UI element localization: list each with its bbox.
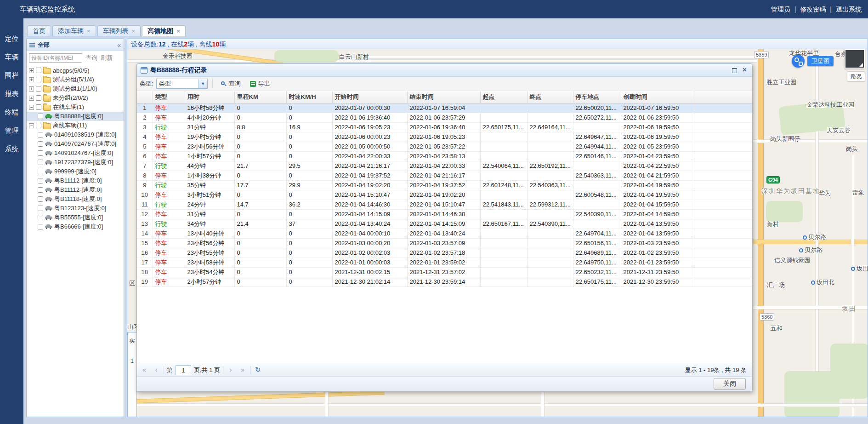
tree-refresh-button[interactable]: 刷新: [101, 54, 113, 62]
header-link-3[interactable]: 退出系统: [836, 6, 862, 13]
tab-close-icon[interactable]: ×: [176, 28, 180, 34]
last-page-icon[interactable]: »: [238, 366, 247, 375]
trip-row[interactable]: 4停车19小时5分钟002022-01-06 00:00:232022-01-0…: [137, 132, 752, 142]
tree-expander-icon[interactable]: +: [29, 86, 34, 92]
trip-row[interactable]: 8停车1小时38分钟002022-01-04 19:37:522022-01-0…: [137, 171, 752, 180]
tree-vehicle-row[interactable]: 粤B11112-[速度:0]: [27, 185, 124, 195]
tree-checkbox[interactable]: [36, 68, 41, 73]
column-header-9[interactable]: 停车地点: [573, 91, 621, 103]
tree-vehicle-row[interactable]: 014097024767-[速度:0]: [27, 139, 124, 149]
tab-4[interactable]: 高德地图×: [142, 25, 186, 36]
tree-group-row[interactable]: +abcgps(5/0/5): [27, 66, 124, 75]
tree-checkbox[interactable]: [36, 86, 41, 92]
tree-expander-icon[interactable]: +: [29, 96, 34, 101]
trip-row[interactable]: 14停车13小时40分钟002022-01-04 00:00:102022-01…: [137, 229, 752, 238]
tree-search-button[interactable]: 查询: [85, 54, 97, 62]
trip-row[interactable]: 2停车4小时20分钟002022-01-06 19:36:402022-01-0…: [137, 113, 752, 122]
column-header-4[interactable]: 时速KM/H: [286, 91, 332, 103]
tree-expander-icon[interactable]: −: [29, 105, 34, 110]
tree-vehicle-row[interactable]: 14091024767-[速度:0]: [27, 149, 124, 158]
column-header-1[interactable]: 类型: [153, 91, 185, 103]
column-header-2[interactable]: 用时: [185, 91, 234, 103]
tree-vehicle-row[interactable]: 粤B55555-[速度:0]: [27, 213, 124, 222]
close-icon[interactable]: ×: [741, 66, 749, 74]
tree-group-row[interactable]: +测试分组(5/1/4): [27, 75, 124, 84]
tree-expander-icon[interactable]: +: [29, 77, 34, 82]
sidenav-item-2[interactable]: 车辆: [0, 48, 23, 66]
column-header-3[interactable]: 里程KM: [234, 91, 286, 103]
export-button[interactable]: 导出: [247, 78, 273, 89]
tree-checkbox[interactable]: [36, 77, 41, 82]
trip-row[interactable]: 10停车3小时51分钟002022-01-04 15:10:472022-01-…: [137, 190, 752, 200]
trip-row[interactable]: 18停车23小时54分钟002021-12-31 00:02:152021-12…: [137, 267, 752, 277]
trip-row[interactable]: 12停车31分钟002022-01-04 14:15:092022-01-04 …: [137, 209, 752, 219]
trip-row[interactable]: 11行驶24分钟14.736.22022-01-04 14:46:302022-…: [137, 200, 752, 209]
tree-expander-icon[interactable]: +: [29, 68, 34, 73]
route-button[interactable]: [792, 55, 805, 68]
tree-vehicle-row[interactable]: 粤B88888-[速度:0]: [27, 112, 124, 121]
next-page-icon[interactable]: ›: [226, 366, 235, 375]
tree-group-row[interactable]: −离线车辆(11): [27, 121, 124, 130]
query-button[interactable]: 查询: [217, 78, 244, 89]
tree-checkbox[interactable]: [38, 132, 43, 138]
sidenav-item-6[interactable]: 管理: [0, 121, 23, 140]
trip-row[interactable]: 1停车16小时58分钟002022-01-07 00:00:302022-01-…: [137, 103, 752, 113]
header-link-1[interactable]: 管理员: [771, 6, 790, 13]
device-search-input[interactable]: [29, 53, 82, 63]
tab-3[interactable]: 车辆列表×: [97, 25, 141, 36]
trip-row[interactable]: 13行驶34分钟21.4372022-01-04 13:40:242022-01…: [137, 219, 752, 229]
sidenav-item-3[interactable]: 围栏: [0, 66, 23, 85]
tree-vehicle-row[interactable]: 粤B66666-[速度:0]: [27, 222, 124, 231]
tree-vehicle-row[interactable]: 粤B11118-[速度:0]: [27, 195, 124, 204]
trip-row[interactable]: 6停车1小时57分钟002022-01-04 22:00:332022-01-0…: [137, 151, 752, 161]
tree-checkbox[interactable]: [38, 215, 43, 220]
first-page-icon[interactable]: «: [140, 366, 149, 375]
refresh-icon[interactable]: ↻: [253, 366, 262, 375]
tree-vehicle-row[interactable]: 014091038519-[速度:0]: [27, 130, 124, 139]
sidenav-item-4[interactable]: 报表: [0, 85, 23, 103]
tree-group-row[interactable]: −在线车辆(1): [27, 103, 124, 112]
sidenav-item-1[interactable]: 定位: [0, 29, 23, 48]
sidenav-item-7[interactable]: 系统: [0, 140, 23, 158]
minimize-button[interactable]: [731, 66, 738, 74]
trip-row[interactable]: 3行驶31分钟8.816.92022-01-06 19:05:232022-01…: [137, 122, 752, 132]
traffic-button[interactable]: 路况: [847, 71, 865, 81]
tree-checkbox[interactable]: [36, 95, 41, 101]
tree-checkbox[interactable]: [38, 114, 43, 119]
tree-checkbox[interactable]: [38, 150, 43, 156]
tree-checkbox[interactable]: [38, 187, 43, 193]
type-filter-select[interactable]: 类型 ▼: [156, 79, 208, 89]
page-number-input[interactable]: [176, 365, 191, 375]
tree-checkbox[interactable]: [38, 224, 43, 229]
tree-checkbox[interactable]: [36, 104, 41, 110]
prev-page-icon[interactable]: ‹: [152, 366, 161, 375]
header-link-2[interactable]: 修改密码: [800, 6, 826, 13]
trip-row[interactable]: 7行驶44分钟21.729.52022-01-04 21:16:172022-0…: [137, 161, 752, 171]
tree-checkbox[interactable]: [38, 178, 43, 183]
column-header-7[interactable]: 起点: [480, 91, 527, 103]
collapse-panel-button[interactable]: «: [117, 41, 121, 48]
tab-close-icon[interactable]: ×: [132, 28, 136, 34]
trip-row[interactable]: 9行驶35分钟17.729.92022-01-04 19:02:202022-0…: [137, 180, 752, 190]
tree-vehicle-row[interactable]: 999999-[速度:0]: [27, 167, 124, 176]
satellite-toggle-button[interactable]: 卫星图: [807, 56, 834, 66]
column-header-6[interactable]: 结束时间: [407, 91, 480, 103]
tree-checkbox[interactable]: [38, 196, 43, 202]
trip-row[interactable]: 16停车23小时55分钟002022-01-02 00:02:032022-01…: [137, 248, 752, 258]
tree-checkbox[interactable]: [38, 169, 43, 174]
map-overview-toggle[interactable]: [845, 49, 865, 69]
tree-checkbox[interactable]: [38, 160, 43, 165]
tab-1[interactable]: 首页: [27, 25, 51, 36]
tree-vehicle-row[interactable]: 19172327379-[速度:0]: [27, 158, 124, 167]
tree-checkbox[interactable]: [38, 206, 43, 211]
tree-group-row[interactable]: +测试分组1(1/1/0): [27, 84, 124, 93]
trip-row[interactable]: 15停车23小时56分钟002022-01-03 00:00:202022-01…: [137, 238, 752, 248]
minimized-panel[interactable]: 实 1: [127, 332, 137, 417]
dialog-titlebar[interactable]: 粤B88888-行程记录 ×: [137, 64, 752, 77]
tree-vehicle-row[interactable]: 粤B11112-[速度:0]: [27, 176, 124, 185]
tree-checkbox[interactable]: [36, 123, 41, 128]
column-header-5[interactable]: 开始时间: [332, 91, 407, 103]
trip-row[interactable]: 5停车23小时56分钟002022-01-05 00:00:502022-01-…: [137, 142, 752, 151]
tab-close-icon[interactable]: ×: [87, 28, 91, 34]
chevron-down-icon[interactable]: ▼: [199, 79, 207, 88]
